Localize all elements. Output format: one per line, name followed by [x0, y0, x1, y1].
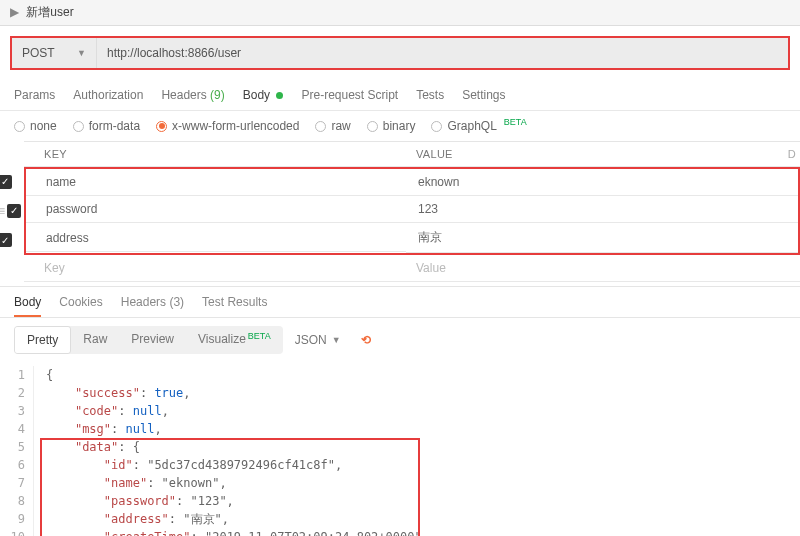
viewmode-preview[interactable]: Preview — [119, 326, 186, 354]
bodytype-none[interactable]: none — [14, 119, 57, 133]
bodytype-urlencoded[interactable]: x-www-form-urlencoded — [156, 119, 299, 133]
kv-row-new[interactable]: Key Value — [24, 255, 800, 282]
kv-table: KEY VALUE D ✓ ≡ ✓ ✓ name eknown password… — [24, 141, 800, 282]
kv-value-input[interactable]: eknown — [406, 169, 798, 196]
response-json-view[interactable]: 12345678910111213 { "success": true, "co… — [0, 362, 800, 536]
kv-key-placeholder[interactable]: Key — [24, 255, 404, 282]
request-tab-header[interactable]: ▶ 新增user — [0, 0, 800, 26]
response-toolbar: Pretty Raw Preview VisualizeBETA JSON ▼ … — [0, 318, 800, 362]
kv-key-input[interactable]: name — [26, 169, 406, 196]
body-active-dot-icon — [276, 92, 283, 99]
view-mode-segment: Pretty Raw Preview VisualizeBETA — [14, 326, 283, 354]
tab-authorization[interactable]: Authorization — [73, 88, 143, 102]
kv-header-key: KEY — [24, 142, 404, 167]
kv-header-desc: D — [780, 142, 800, 167]
resp-tab-testresults[interactable]: Test Results — [202, 295, 267, 309]
tab-params[interactable]: Params — [14, 88, 55, 102]
viewmode-pretty[interactable]: Pretty — [14, 326, 71, 354]
bodytype-raw[interactable]: raw — [315, 119, 350, 133]
kv-check-2[interactable]: ✓ — [0, 233, 12, 247]
kv-check-0[interactable]: ✓ — [0, 175, 12, 189]
kv-header-row: KEY VALUE D — [24, 142, 800, 167]
resp-tab-headers[interactable]: Headers (3) — [121, 295, 184, 309]
kv-key-input[interactable]: password — [26, 196, 406, 223]
kv-row[interactable]: name eknown — [26, 169, 798, 196]
viewmode-visualize[interactable]: VisualizeBETA — [186, 326, 283, 354]
tab-tests[interactable]: Tests — [416, 88, 444, 102]
http-method-select[interactable]: POST ▼ — [12, 38, 97, 68]
kv-check-1[interactable]: ✓ — [7, 204, 21, 218]
kv-value-placeholder[interactable]: Value — [404, 255, 800, 282]
tab-body[interactable]: Body — [243, 88, 284, 102]
response-tabs: Body Cookies Headers (3) Test Results — [0, 286, 800, 318]
http-method-label: POST — [22, 46, 55, 60]
request-line: POST ▼ http://localhost:8866/user — [10, 36, 790, 70]
request-subtabs: Params Authorization Headers (9) Body Pr… — [0, 80, 800, 111]
kv-value-input[interactable]: 南京 — [406, 223, 798, 253]
bodytype-form-data[interactable]: form-data — [73, 119, 140, 133]
kv-header-value: VALUE — [404, 142, 780, 167]
bodytype-graphql[interactable]: GraphQLBETA — [431, 119, 526, 133]
request-tab-title: 新增user — [26, 5, 73, 19]
response-code[interactable]: { "success": true, "code": null, "msg": … — [34, 366, 451, 536]
kv-row[interactable]: password 123 — [26, 196, 798, 223]
kv-value-input[interactable]: 123 — [406, 196, 798, 223]
wrap-lines-button[interactable]: ⟲ — [353, 329, 379, 351]
chevron-down-icon: ▼ — [332, 335, 341, 345]
expand-triangle-icon[interactable]: ▶ — [10, 5, 19, 19]
chevron-down-icon: ▼ — [77, 48, 86, 58]
format-select[interactable]: JSON ▼ — [295, 333, 341, 347]
kv-row[interactable]: address 南京 — [26, 223, 798, 253]
tab-headers[interactable]: Headers (9) — [161, 88, 224, 102]
line-gutter: 12345678910111213 — [0, 366, 34, 536]
tab-settings[interactable]: Settings — [462, 88, 505, 102]
drag-handle-icon[interactable]: ≡ — [0, 204, 5, 218]
tab-prerequest[interactable]: Pre-request Script — [301, 88, 398, 102]
body-type-radios: none form-data x-www-form-urlencoded raw… — [0, 111, 800, 141]
resp-tab-cookies[interactable]: Cookies — [59, 295, 102, 309]
bodytype-binary[interactable]: binary — [367, 119, 416, 133]
resp-tab-body[interactable]: Body — [14, 295, 41, 317]
url-text: http://localhost:8866/user — [107, 46, 241, 60]
kv-key-input[interactable]: address — [26, 225, 406, 252]
url-input[interactable]: http://localhost:8866/user — [97, 38, 788, 68]
viewmode-raw[interactable]: Raw — [71, 326, 119, 354]
